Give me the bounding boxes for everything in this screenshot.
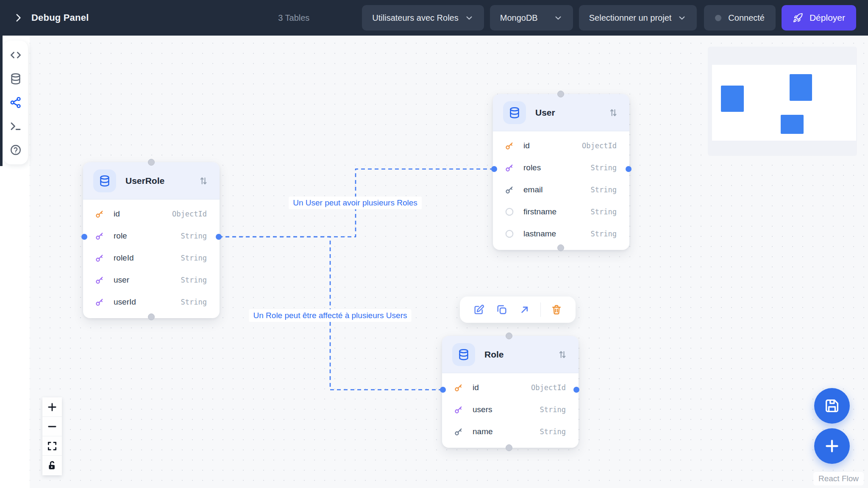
sidebar-item-database[interactable] [6,69,25,88]
field-row-firstname[interactable]: firstnameString [493,201,629,223]
arrow-up-right-icon [519,304,531,316]
project-select-label: Selectionner un projet [589,13,672,23]
table-title: UserRole [125,176,164,186]
field-row-role[interactable]: roleString [83,225,220,247]
field-type: String [591,230,617,238]
table-node-User[interactable]: UseridObjectIdrolesStringemailStringfirs… [493,94,629,250]
schema-select[interactable]: Utilisateurs avec Roles [362,5,484,30]
field-row-roleId[interactable]: roleIdString [83,247,220,269]
plus-icon [823,438,840,455]
connection-handle[interactable] [491,166,497,172]
field-type: String [591,208,617,216]
table-header[interactable]: User [493,94,629,131]
sidebar-item-code[interactable] [6,46,25,64]
expand-debug-panel-button[interactable] [12,11,25,24]
field-row-roles[interactable]: rolesString [493,157,629,179]
duplicate-button[interactable] [490,297,513,323]
sort-icon[interactable] [556,349,568,360]
rocket-icon [793,12,804,23]
fit-view-icon [47,441,58,452]
edge-label: Un Role peut être affecté à plusieurs Us… [249,309,412,322]
connection-status: Connecté [704,5,776,30]
save-button[interactable] [814,388,850,424]
field-row-name[interactable]: nameString [442,421,579,443]
node-anchor-handle[interactable] [557,91,564,97]
field-type: ObjectId [582,141,617,150]
table-header[interactable]: UserRole [83,162,220,200]
fit-view-button[interactable] [42,436,62,456]
connection-handle[interactable] [626,166,632,172]
tool-sidebar [3,41,28,164]
sort-icon[interactable] [607,107,619,119]
field-row-id[interactable]: idObjectId [442,377,579,399]
field-name: userId [114,297,136,307]
field-name: id [473,383,479,392]
minimap-node-User [790,74,812,101]
table-node-UserRole[interactable]: UserRoleidObjectIdroleStringroleIdString… [83,162,220,318]
database-select-label: MongoDB [500,13,538,23]
save-icon [823,397,840,414]
node-anchor-handle[interactable] [506,444,512,451]
key-icon [504,185,515,195]
database-select[interactable]: MongoDB [490,5,573,30]
canvas-controls [42,397,62,475]
table-header[interactable]: Role [442,336,579,373]
field-name: email [523,185,542,194]
sort-icon[interactable] [198,175,209,187]
minus-icon [47,421,58,432]
field-row-user[interactable]: userString [83,269,220,291]
node-anchor-handle[interactable] [148,313,155,320]
field-type: String [181,232,207,240]
key-icon [94,297,105,307]
project-select[interactable]: Selectionner un projet [579,5,697,30]
terminal-icon [9,120,22,133]
field-type: String [540,405,566,414]
trash-icon [551,304,562,316]
deploy-button[interactable]: Déployer [782,5,856,30]
unlock-button[interactable] [42,456,62,475]
app-window: Debug Panel 3 Tables Utilisateurs avec R… [0,0,868,488]
field-row-id[interactable]: idObjectId [83,203,220,225]
field-list: idObjectIdrolesStringemailStringfirstnam… [493,131,629,250]
connection-handle[interactable] [81,234,87,240]
zoom-out-button[interactable] [42,417,62,436]
field-row-userId[interactable]: userIdString [83,291,220,313]
field-name: name [473,427,493,436]
field-row-id[interactable]: idObjectId [493,135,629,157]
circle-icon [504,229,515,239]
node-anchor-handle[interactable] [148,159,155,166]
node-anchor-handle[interactable] [506,333,512,339]
connection-handle[interactable] [440,387,446,393]
plus-icon [47,402,58,413]
field-row-users[interactable]: usersString [442,399,579,421]
connection-handle[interactable] [573,387,579,393]
chevron-down-icon [465,13,474,22]
field-name: id [523,141,530,150]
key-icon [94,253,105,263]
field-row-email[interactable]: emailString [493,179,629,201]
chevron-down-icon [554,13,563,22]
edge-label: Un User peut avoir plusieurs Roles [289,197,422,209]
copy-icon [496,304,508,316]
sidebar-item-schema[interactable] [6,93,25,112]
key-icon [504,141,515,151]
open-button[interactable] [513,297,536,323]
zoom-in-button[interactable] [42,397,62,417]
reactflow-attribution: React Flow [813,472,864,485]
edit-button[interactable] [467,297,490,323]
minimap-node-Role [781,115,804,134]
table-node-Role[interactable]: RoleidObjectIdusersStringnameString [442,336,579,448]
key-icon [504,163,515,173]
divider [540,302,541,317]
delete-button[interactable] [545,297,568,323]
field-row-lastname[interactable]: lastnameString [493,223,629,245]
sidebar-item-terminal[interactable] [6,117,25,136]
database-icon [452,343,475,366]
field-name: lastname [523,229,556,238]
minimap[interactable] [708,47,857,156]
sidebar-item-help[interactable] [6,141,25,159]
node-anchor-handle[interactable] [557,244,564,251]
schema-select-label: Utilisateurs avec Roles [372,13,458,23]
add-table-button[interactable] [814,428,850,464]
connection-handle[interactable] [216,234,222,240]
